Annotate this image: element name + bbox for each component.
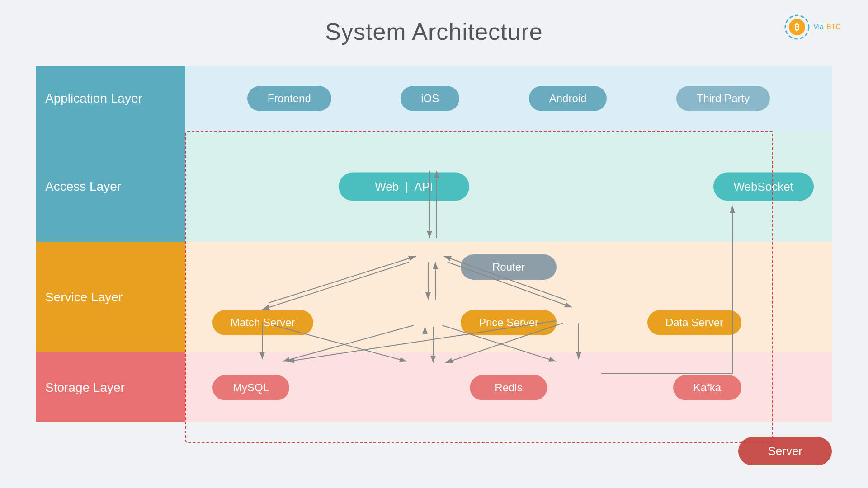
web-api-button: Web | API (339, 172, 469, 201)
frontend-button: Frontend (247, 86, 331, 111)
content-column: Frontend iOS Android Third Party Web | A… (185, 66, 832, 465)
page-title: System Architecture (0, 0, 868, 45)
service-layer-label: Service Layer (36, 242, 185, 352)
access-layer-row: Web | API WebSocket (185, 131, 832, 242)
application-layer-row: Frontend iOS Android Third Party (185, 66, 832, 131)
logo-icon: ₿ (783, 14, 811, 41)
page-container: System Architecture ₿ ViaBTC Application… (0, 0, 868, 488)
kafka-button: Kafka (673, 375, 741, 400)
application-layer-label: Application Layer (36, 66, 185, 131)
access-layer-label: Access Layer (36, 131, 185, 242)
service-layer-row: Router Match Server Price Server Data Se… (185, 242, 832, 352)
websocket-button: WebSocket (713, 172, 814, 201)
match-server-button: Match Server (212, 310, 313, 335)
logo: ₿ ViaBTC (783, 14, 841, 41)
price-server-button: Price Server (461, 310, 557, 335)
ios-button: iOS (401, 86, 459, 111)
android-button: Android (529, 86, 607, 111)
logo-btc-text: BTC (826, 23, 841, 31)
server-button: Server (738, 437, 832, 465)
storage-layer-row: MySQL Redis Kafka (185, 352, 832, 422)
logo-via-text: Via (813, 23, 824, 31)
data-server-button: Data Server (647, 310, 741, 335)
diagram: Application Layer Access Layer Service L… (36, 66, 832, 465)
labels-column: Application Layer Access Layer Service L… (36, 66, 185, 465)
svg-text:₿: ₿ (795, 22, 799, 32)
third-party-button: Third Party (676, 86, 770, 111)
mysql-button: MySQL (212, 375, 289, 400)
router-button: Router (461, 254, 557, 280)
storage-layer-label: Storage Layer (36, 352, 185, 422)
redis-button: Redis (470, 375, 547, 400)
